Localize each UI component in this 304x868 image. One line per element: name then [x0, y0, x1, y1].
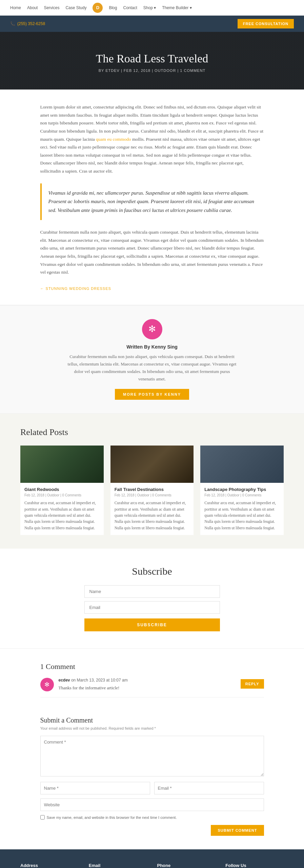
consultation-button[interactable]: FREE CONSULTATION [238, 19, 294, 28]
related-posts-grid: Giant Redwoods Feb 12, 2018 | Outdoor | … [20, 446, 284, 535]
related-posts-section: Related Posts Giant Redwoods Feb 12, 201… [0, 414, 304, 549]
related-title-2: Fall Travel Destinations [115, 487, 190, 492]
related-img-3 [200, 446, 284, 483]
submit-comment-title: Submit a Comment [40, 716, 264, 724]
nav-about[interactable]: About [27, 5, 38, 10]
comments-count: 1 Comment [40, 662, 264, 671]
author-bio: Curabitur fermentum nulla non justo aliq… [67, 353, 237, 383]
related-posts-title: Related Posts [20, 427, 284, 437]
prev-post-link[interactable]: ← STUNNING WEDDING DRESSES [40, 287, 111, 291]
comment-textarea[interactable] [40, 736, 264, 776]
related-img-1 [20, 446, 104, 483]
related-meta-2: Feb 12, 2018 | Outdoor | 0 Comments [115, 493, 190, 497]
footer-phone-col: Phone (255) 352-6258 [157, 863, 216, 868]
submit-comment-section: Submit a Comment Your email address will… [34, 716, 271, 849]
post-intro: Lorem ipsum dolor sit amet, consectetur … [40, 103, 264, 175]
author-avatar-icon: ✻ [148, 324, 156, 334]
nav-links[interactable]: Home About Services Case Study D Blog Co… [10, 3, 192, 13]
inline-link[interactable]: quam eu commodo [96, 137, 131, 142]
footer-follow-title: Follow Us [225, 863, 284, 868]
nav-case-study[interactable]: Case Study [65, 5, 86, 10]
post-title: The Road Less Traveled [96, 52, 208, 65]
related-img-2 [110, 446, 194, 483]
comment-author-name: ecdev [59, 678, 70, 683]
related-card-body-2: Fall Travel Destinations Feb 12, 2018 | … [110, 483, 194, 535]
subscribe-button[interactable]: SUBSCRIBE [84, 618, 220, 631]
nav-blog[interactable]: Blog [109, 5, 117, 10]
comment-email-input[interactable] [154, 782, 264, 794]
blockquote-text: Vivamus id gravida mi, nec ullamcorper p… [48, 189, 257, 215]
post-content: Lorem ipsum dolor sit amet, consectetur … [34, 90, 271, 305]
comment-date: on March 13, 2023 at 10:07 am [71, 678, 128, 683]
comment-avatar-1: ✻ [40, 678, 54, 691]
nav-theme-builder[interactable]: Theme Builder ▾ [162, 5, 191, 10]
more-posts-button[interactable]: MORE POSTS BY KENNY [115, 389, 189, 400]
related-title-3: Landscape Photography Tips [204, 487, 280, 492]
save-info-checkbox[interactable] [40, 815, 45, 820]
related-text-3: Curabitur arcu erat, accumsan id imperdi… [204, 500, 280, 531]
related-title-1: Giant Redwoods [24, 487, 100, 492]
related-text-2: Curabitur arcu erat, accumsan id imperdi… [115, 500, 190, 531]
reply-button-1[interactable]: REPLY [241, 679, 264, 689]
phone-icon: 📞 [10, 21, 15, 26]
related-card-2[interactable]: Fall Travel Destinations Feb 12, 2018 | … [110, 446, 194, 535]
footer-grid: Address 1234 Divi St. #1000, San Francis… [20, 863, 284, 868]
comment-avatar-icon: ✻ [44, 681, 49, 688]
nav-services[interactable]: Services [44, 5, 59, 10]
comment-author-line-1: ecdev on March 13, 2023 at 10:07 am [59, 678, 236, 683]
subscribe-title: Subscribe [7, 566, 297, 577]
footer-email-col: Email hello@divilawfirm.com [89, 863, 147, 868]
site-logo[interactable]: D [93, 3, 103, 13]
footer-phone-title: Phone [157, 863, 216, 868]
comment-website-input[interactable] [40, 798, 264, 811]
footer-address-col: Address 1234 Divi St. #1000, San Francis… [20, 863, 79, 868]
post-body2: Curabitur fermentum nulla non justo aliq… [40, 228, 264, 276]
author-name: Written By Kenny Sing [7, 344, 297, 350]
footer: Address 1234 Divi St. #1000, San Francis… [0, 849, 304, 868]
comment-name-input[interactable] [40, 782, 150, 794]
post-meta: BY ETDEV | FEB 12, 2018 | OUTDOOR | 1 CO… [99, 68, 206, 73]
footer-address-title: Address [20, 863, 79, 868]
subscribe-section: Subscribe SUBSCRIBE [0, 549, 304, 648]
related-text-1: Curabitur arcu erat, accumsan id imperdi… [24, 500, 100, 531]
navbar: Home About Services Case Study D Blog Co… [0, 0, 304, 16]
related-meta-3: Feb 12, 2018 | Outdoor | 0 Comments [204, 493, 280, 497]
footer-email-title: Email [89, 863, 147, 868]
comment-item-1: ✻ ecdev on March 13, 2023 at 10:07 am Th… [40, 678, 264, 697]
subscribe-email-input[interactable] [84, 601, 220, 614]
top-bar: 📞 (255) 352-6258 FREE CONSULTATION [0, 16, 304, 32]
subscribe-form: SUBSCRIBE [84, 585, 220, 631]
comments-section: 1 Comment ✻ ecdev on March 13, 2023 at 1… [34, 649, 271, 716]
form-note: Your email address will not be published… [40, 726, 264, 730]
phone-display: 📞 (255) 352-6258 [10, 21, 45, 26]
author-box: ✻ Written By Kenny Sing Curabitur fermen… [0, 305, 304, 414]
submit-comment-button[interactable]: SUBMIT COMMENT [211, 825, 264, 836]
phone-number: (255) 352-6258 [17, 21, 45, 26]
blockquote: Vivamus id gravida mi, nec ullamcorper p… [40, 183, 264, 220]
related-card-body-1: Giant Redwoods Feb 12, 2018 | Outdoor | … [20, 483, 104, 535]
author-avatar: ✻ [142, 319, 162, 339]
related-meta-1: Feb 12, 2018 | Outdoor | 0 Comments [24, 493, 100, 497]
nav-home[interactable]: Home [10, 5, 21, 10]
nav-contact[interactable]: Contact [123, 5, 137, 10]
comment-text-1: Thanks for the informative article! [59, 685, 236, 692]
nav-shop[interactable]: Shop ▾ [143, 5, 156, 10]
related-card-body-3: Landscape Photography Tips Feb 12, 2018 … [200, 483, 284, 535]
related-card-1[interactable]: Giant Redwoods Feb 12, 2018 | Outdoor | … [20, 446, 104, 535]
hero-section: The Road Less Traveled BY ETDEV | FEB 12… [0, 32, 304, 90]
footer-social-col: Follow Us f ✕ ◎ [225, 863, 284, 868]
save-info-row: Save my name, email, and website in this… [40, 815, 264, 820]
subscribe-name-input[interactable] [84, 585, 220, 598]
related-card-3[interactable]: Landscape Photography Tips Feb 12, 2018 … [200, 446, 284, 535]
checkbox-label: Save my name, email, and website in this… [47, 815, 177, 820]
form-name-email-row [40, 782, 264, 794]
comment-body-1: ecdev on March 13, 2023 at 10:07 am Than… [59, 678, 236, 692]
